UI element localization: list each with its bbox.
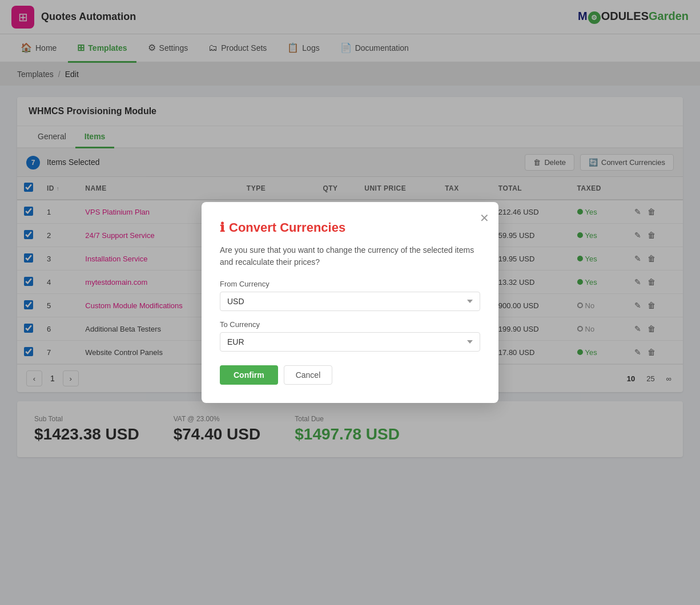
to-currency-select[interactable]: EUR USD GBP CAD AUD <box>220 332 480 352</box>
modal-actions: Confirm Cancel <box>220 365 480 385</box>
convert-currencies-modal: ✕ ℹ Convert Currencies Are you sure that… <box>202 202 498 403</box>
modal-close-button[interactable]: ✕ <box>480 211 489 225</box>
from-currency-label: From Currency <box>220 280 480 288</box>
modal-title-text: Convert Currencies <box>229 220 345 235</box>
to-currency-label: To Currency <box>220 320 480 329</box>
from-currency-group: From Currency USD EUR GBP CAD AUD <box>220 280 480 311</box>
from-currency-select[interactable]: USD EUR GBP CAD AUD <box>220 292 480 311</box>
to-currency-group: To Currency EUR USD GBP CAD AUD <box>220 320 480 352</box>
modal-title: ℹ Convert Currencies <box>220 220 480 235</box>
cancel-button[interactable]: Cancel <box>284 365 333 385</box>
modal-description: Are you sure that you want to change the… <box>220 244 480 268</box>
modal-overlay: ✕ ℹ Convert Currencies Are you sure that… <box>0 0 700 469</box>
confirm-button[interactable]: Confirm <box>220 365 278 385</box>
info-icon: ℹ <box>220 220 224 235</box>
